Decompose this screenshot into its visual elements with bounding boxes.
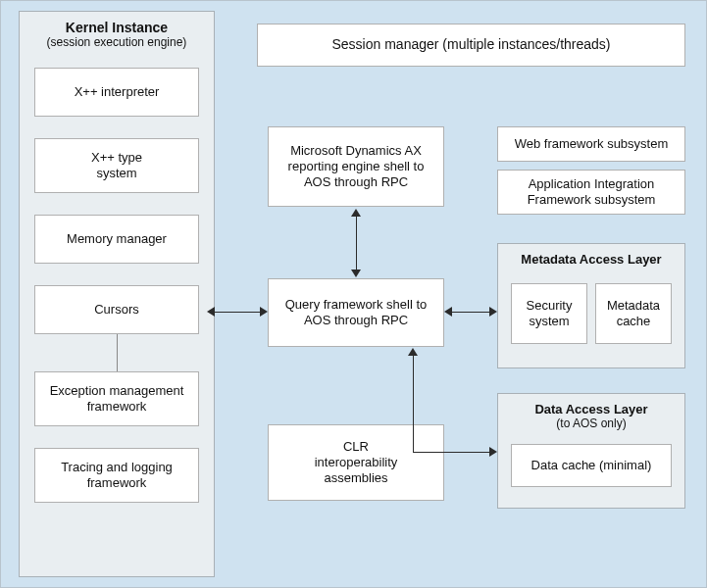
- kernel-subtitle: (session execution engine): [20, 35, 214, 49]
- data-access-title-block: Data Access Layer (to AOS only): [498, 402, 684, 430]
- arrow-kernel-query-line: [213, 312, 262, 313]
- kernel-item-xpp-interpreter: X++ interpreter: [34, 68, 199, 117]
- data-access-subtitle: (to AOS only): [498, 416, 684, 430]
- arrow-query-metadata-head-left: [444, 307, 452, 317]
- reporting-engine-box: Microsoft Dynamics AXreporting engine sh…: [268, 126, 444, 207]
- aif-subsystem-box: Application IntegrationFramework subsyst…: [497, 170, 685, 215]
- security-system-box: Securitysystem: [511, 283, 587, 344]
- kernel-item-xpp-type-system: X++ typesystem: [34, 138, 199, 193]
- arrow-kernel-query-head-right: [260, 307, 268, 317]
- arrow-query-metadata-head-right: [489, 307, 497, 317]
- arrow-query-data-head-right: [489, 447, 497, 457]
- kernel-title: Kernel Instance: [20, 20, 214, 35]
- connector-cursors-exception: [117, 334, 118, 371]
- metadata-cache-box: Metadatacache: [595, 283, 672, 344]
- clr-assemblies-box: CLRinteroperabilityassemblies: [268, 424, 444, 501]
- kernel-item-cursors: Cursors: [34, 285, 199, 334]
- query-framework-box: Query framework shell toAOS through RPC: [268, 278, 444, 347]
- web-framework-box: Web framework subsystem: [497, 126, 685, 162]
- data-access-title: Data Access Layer: [498, 402, 684, 416]
- session-manager-box: Session manager (multiple instances/thre…: [257, 24, 685, 67]
- data-cache-box: Data cache (minimal): [511, 444, 672, 487]
- arrow-kernel-query-head-left: [207, 307, 215, 317]
- diagram-canvas: Kernel Instance (session execution engin…: [0, 0, 707, 588]
- arrow-query-data-head-up: [408, 348, 418, 356]
- kernel-title-block: Kernel Instance (session execution engin…: [20, 20, 214, 49]
- arrow-reporting-query-head-down: [351, 270, 361, 277]
- kernel-item-tracing-logging: Tracing and loggingframework: [34, 448, 199, 503]
- arrow-reporting-query-line: [356, 215, 357, 271]
- kernel-item-exception-mgmt: Exception managementframework: [34, 371, 199, 426]
- metadata-title-block: Metadata Access Layer: [498, 252, 684, 267]
- kernel-item-memory-manager: Memory manager: [34, 215, 199, 264]
- metadata-title: Metadata Access Layer: [498, 252, 684, 267]
- arrow-query-metadata-line: [450, 312, 491, 313]
- arrow-query-data-hline: [413, 452, 491, 453]
- arrow-query-data-vline: [413, 354, 414, 452]
- arrow-reporting-query-head-up: [351, 209, 361, 217]
